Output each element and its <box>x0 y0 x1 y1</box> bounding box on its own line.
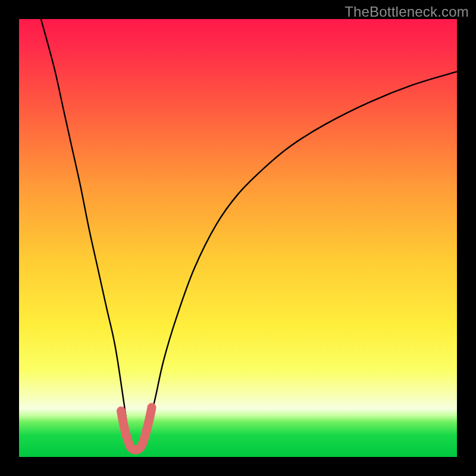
chart-frame: TheBottleneck.com <box>0 0 476 476</box>
plot-area <box>19 19 457 457</box>
bottleneck-chart <box>0 0 476 476</box>
